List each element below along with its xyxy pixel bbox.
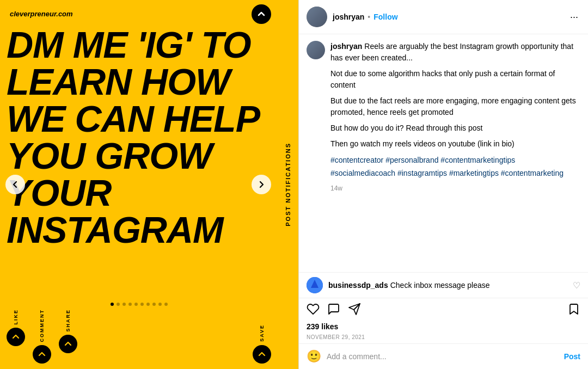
user-avatar (307, 7, 327, 27)
prev-slide-button[interactable] (5, 175, 25, 194)
dot-7 (146, 303, 150, 306)
left-panel: cleverpreneur.com POST NOTIFICATIONS DM … (0, 0, 298, 369)
dot-9 (158, 303, 162, 306)
header-user-info: joshryan • Follow (333, 13, 568, 21)
bottom-bar: LIKE COMMENT SHARE (0, 298, 278, 370)
dot-8 (152, 303, 156, 306)
comment-icon[interactable] (327, 303, 340, 316)
main-headline: DM ME 'IG' TO LEARN HOW WE CAN HELP YOU … (7, 26, 271, 248)
comment-input[interactable] (327, 352, 559, 361)
header-username[interactable]: joshryan (333, 13, 364, 21)
save-action[interactable]: SAVE (253, 324, 271, 364)
caption-text-block: joshryanReels are arguably the best Inst… (330, 41, 580, 192)
likes-count: 239 likes (299, 320, 588, 333)
dot-10 (164, 303, 168, 306)
bookmark-icon[interactable] (567, 303, 580, 316)
share-button[interactable] (59, 335, 77, 353)
dot-5 (134, 303, 138, 306)
commenter-username[interactable]: businessdp_ads (328, 281, 388, 290)
post-header: joshryan • Follow ··· (299, 0, 588, 34)
dot-2 (117, 303, 120, 306)
separator: • (367, 13, 370, 21)
hashtags[interactable]: #contentcreator #personalbrand #contentm… (330, 154, 580, 180)
post-comment-button[interactable]: Post (564, 352, 580, 361)
dot-6 (140, 303, 144, 306)
time-ago: 14w (330, 184, 580, 192)
dot-3 (122, 303, 126, 306)
action-group: LIKE COMMENT SHARE (7, 309, 77, 364)
caption-area: joshryanReels are arguably the best Inst… (299, 34, 588, 272)
follow-button[interactable]: Follow (373, 13, 397, 21)
comment-text: Check inbox message please (390, 281, 490, 290)
action-icons (307, 303, 361, 316)
caption-line-5: Then go watch my reels videos on youtube… (330, 138, 580, 150)
like-button[interactable] (7, 328, 25, 346)
website-label: cleverpreneur.com (10, 10, 73, 18)
like-action[interactable]: LIKE (7, 309, 25, 364)
caption-username[interactable]: joshryan (330, 42, 362, 51)
share-action[interactable]: SHARE (59, 309, 77, 364)
caption-line-1: Reels are arguably the best Instagram gr… (330, 42, 573, 62)
caption-block: joshryanReels are arguably the best Inst… (307, 41, 580, 192)
dot-1 (111, 303, 114, 306)
like-icon[interactable] (307, 303, 320, 316)
slide-dots (7, 303, 271, 306)
share-icon[interactable] (348, 303, 361, 316)
caption-avatar (307, 41, 325, 59)
dot-4 (128, 303, 132, 306)
comment-content: businessdp_adsCheck inbox message please (328, 281, 567, 290)
commenter-avatar (307, 277, 323, 293)
post-notifications-label: POST NOTIFICATIONS (278, 0, 298, 369)
add-comment-row: 🙂 Post (299, 343, 588, 369)
scroll-up-button[interactable] (252, 4, 271, 24)
post-date: NOVEMBER 29, 2021 (299, 333, 588, 343)
save-button[interactable] (253, 345, 271, 364)
more-options-button[interactable]: ··· (568, 9, 580, 25)
comment-action[interactable]: COMMENT (33, 309, 51, 364)
caption-line-4: But how do you do it? Read through this … (330, 122, 580, 134)
next-slide-button[interactable] (252, 175, 271, 194)
emoji-button[interactable]: 🙂 (307, 349, 321, 364)
caption-line-2: Not due to some algorithm hacks that onl… (330, 68, 580, 91)
caption-line-3: But due to the fact reels are more engag… (330, 95, 580, 118)
comment-button[interactable] (33, 345, 51, 364)
right-panel: joshryan • Follow ··· joshryanReels are … (298, 0, 588, 369)
bottom-actions: LIKE COMMENT SHARE (7, 309, 271, 364)
action-bar (299, 298, 588, 320)
comment-heart-icon[interactable]: ♡ (573, 280, 580, 291)
comment-row: businessdp_adsCheck inbox message please… (299, 272, 588, 298)
